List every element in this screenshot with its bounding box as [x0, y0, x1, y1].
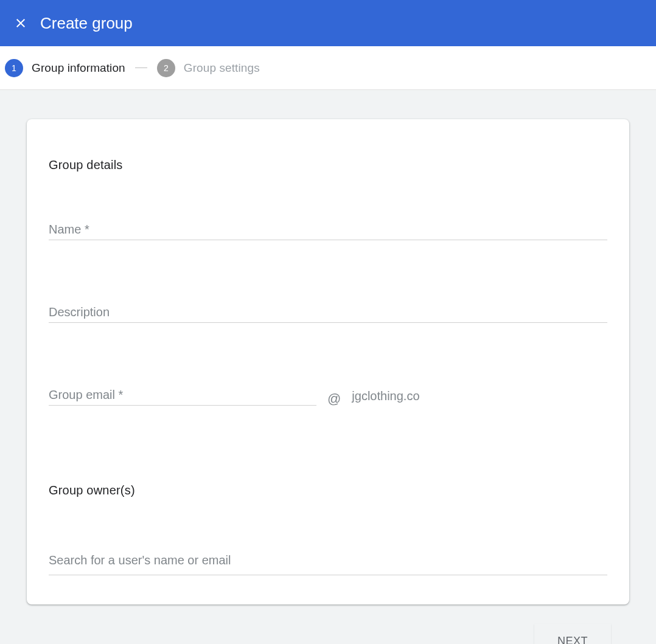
step-label-2: Group settings	[184, 61, 260, 75]
page-title: Create group	[40, 14, 133, 33]
close-button[interactable]	[6, 9, 35, 38]
domain-text: jgclothing.co	[352, 390, 419, 406]
name-field[interactable]	[49, 221, 607, 238]
description-field[interactable]	[49, 303, 607, 320]
section-title-group-owners: Group owner(s)	[49, 483, 607, 497]
step-group-settings[interactable]: 2 Group settings	[157, 59, 260, 77]
header: Create group	[0, 0, 656, 46]
owners-field-wrapper	[49, 546, 607, 575]
step-number-2: 2	[157, 59, 175, 77]
stepper: 1 Group information 2 Group settings	[0, 46, 656, 90]
footer: NEXT	[27, 604, 629, 644]
at-symbol: @	[327, 392, 341, 406]
step-label-1: Group information	[32, 61, 125, 75]
step-group-information[interactable]: 1 Group information	[5, 59, 125, 77]
close-icon	[13, 16, 28, 30]
step-divider	[135, 68, 147, 68]
next-button[interactable]: NEXT	[534, 624, 611, 644]
email-field-wrapper	[49, 386, 316, 406]
owners-search-field[interactable]	[49, 552, 607, 569]
group-email-field[interactable]	[49, 386, 316, 403]
name-field-wrapper	[49, 221, 607, 240]
content-area: Group details @ jgclothing.co Group owne…	[0, 90, 656, 644]
description-field-wrapper	[49, 303, 607, 323]
email-row: @ jgclothing.co	[49, 386, 607, 406]
form-card: Group details @ jgclothing.co Group owne…	[27, 119, 629, 604]
step-number-1: 1	[5, 59, 23, 77]
section-title-group-details: Group details	[49, 158, 607, 172]
